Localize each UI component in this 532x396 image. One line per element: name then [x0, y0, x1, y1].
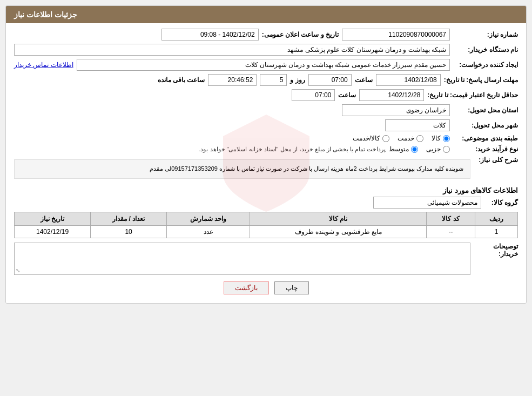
col-radif: ردیف — [475, 212, 518, 225]
baghimande-label: ساعت باقی مانده — [158, 76, 205, 84]
ejad-konande-label: ایجاد کننده درخواست: — [453, 61, 518, 69]
radio-motavasset-label: متوسط — [389, 145, 409, 153]
col-tarikh: تاریخ نیاز — [15, 212, 91, 225]
nam-dastgah-row: نام دستگاه خریدار: شبکه بهداشت و درمان ش… — [14, 44, 518, 56]
nooe-radio-group: جزیی متوسط — [389, 145, 450, 153]
ejad-konande-value: حسین مقدم سیرزار خدمات عمومی شبکه بهداشت… — [77, 59, 450, 71]
cell-vahed: عدد — [167, 225, 250, 238]
shomare-niaz-label: شماره نیاز: — [453, 31, 518, 38]
mohlat-row: مهلت ارسال پاسخ: تا تاریخ: 1402/12/08 سا… — [14, 74, 518, 86]
ejad-link[interactable]: اطلاعات تماس خریدار — [14, 61, 73, 69]
kala-table: ردیف کد کالا نام کالا واحد شمارش تعداد /… — [14, 212, 518, 238]
radio-motavasset-input[interactable] — [411, 146, 418, 153]
tarikh-elan-label: تاریخ و ساعت اعلان عمومی: — [262, 31, 339, 38]
tosih-row: توصیحات خریدار: ⤡ — [14, 243, 518, 275]
col-vahed: واحد شمارش — [167, 212, 250, 225]
nam-dastgah-value: شبکه بهداشت و درمان شهرستان کلات علوم پز… — [14, 44, 450, 56]
baghimande-value: 20:46:52 — [208, 74, 257, 86]
kala-table-section: ردیف کد کالا نام کالا واحد شمارش تعداد /… — [14, 212, 518, 238]
cell-tarikh: 1402/12/19 — [15, 225, 91, 238]
shomare-niaz-row: شماره نیاز: 1102090870000067 تاریخ و ساع… — [14, 29, 518, 41]
hadaq-label: حداقل تاریخ اعتبار قیمت: تا تاریخ: — [427, 91, 518, 99]
radio-khadamat-input[interactable] — [416, 135, 423, 142]
back-button[interactable]: بازگشت — [224, 281, 269, 294]
cell-tedad: 10 — [91, 225, 167, 238]
print-button[interactable]: چاپ — [274, 281, 309, 294]
hadaq-tarikh: 1402/12/28 — [359, 89, 424, 101]
shahr-value: کلات — [385, 119, 450, 131]
resize-handle: ⤡ — [16, 267, 20, 273]
nooe-desc: پرداخت تمام یا بخشی از مبلغ خرید، از محل… — [199, 146, 386, 153]
ettelaat-title: اطلاعات کالاهای مورد نیاز — [14, 186, 518, 194]
page-header: جزئیات اطلاعات نیاز — [6, 6, 526, 23]
ostan-row: استان محل تحویل: خراسان رضوی — [14, 104, 518, 116]
sharh-row: شرح کلی نیاز: شوینده کلیه مدارک پیوست شر… — [14, 156, 518, 182]
geroh-label: گروه کالا: — [486, 199, 518, 206]
tosih-label: توصیحات خریدار: — [475, 243, 518, 258]
hadaq-saat-label: ساعت — [338, 91, 356, 99]
shahr-row: شهر محل تحویل: کلات — [14, 119, 518, 131]
tosih-box: ⤡ — [14, 243, 470, 275]
geroh-row: گروه کالا: محصولات شیمیائی — [14, 197, 518, 209]
radio-kala-label: کالا — [432, 135, 441, 142]
radio-kala-item[interactable]: کالا — [432, 135, 450, 142]
tabaqe-radio-group: کالا خدمت کالا/خدمت — [353, 135, 450, 142]
nooe-label: نوع فرآیند خرید: — [453, 145, 518, 153]
shahr-label: شهر محل تحویل: — [453, 122, 518, 129]
sharh-label: شرح کلی نیاز: — [475, 156, 518, 182]
col-name: نام کالا — [250, 212, 426, 225]
tarikh-elan-value: 1402/12/02 - 09:08 — [161, 29, 259, 41]
radio-jozi-item[interactable]: جزیی — [426, 145, 450, 153]
saat-label: ساعت — [355, 76, 373, 84]
ostan-value: خراسان رضوی — [342, 104, 450, 116]
table-row: 1--مایع ظرفشویی و شوینده ظروفعدد101402/1… — [15, 225, 518, 238]
radio-jozi-input[interactable] — [443, 146, 450, 153]
button-row: چاپ بازگشت — [14, 281, 518, 294]
sharh-text: شوینده کلیه مدارک پیوست شرایط پرداخت 2ما… — [150, 165, 463, 172]
roz-value: 5 — [260, 74, 287, 86]
page-title: جزئیات اطلاعات نیاز — [14, 10, 77, 19]
col-kod: کد کالا — [426, 212, 475, 225]
radio-kala-khadamat-input[interactable] — [382, 135, 389, 142]
ostan-label: استان محل تحویل: — [453, 106, 518, 114]
mohlat-tarikh: 1402/12/08 — [376, 74, 441, 86]
radio-motavasset-item[interactable]: متوسط — [389, 145, 418, 153]
radio-kala-input[interactable] — [443, 135, 450, 142]
radio-khadamat-item[interactable]: خدمت — [398, 135, 423, 142]
sharh-value: شوینده کلیه مدارک پیوست شرایط پرداخت 2ما… — [14, 159, 470, 179]
cell-name: مایع ظرفشویی و شوینده ظروف — [250, 225, 426, 238]
roz-label: روز و — [290, 76, 305, 84]
radio-khadamat-label: خدمت — [398, 135, 414, 142]
mohlat-label: مهلت ارسال پاسخ: تا تاریخ: — [444, 76, 518, 84]
nooe-row: نوع فرآیند خرید: جزیی متوسط پرداخت تمام … — [14, 145, 518, 153]
radio-kala-khadamat-item[interactable]: کالا/خدمت — [353, 135, 389, 142]
geroh-value: محصولات شیمیائی — [373, 197, 481, 209]
hadaq-row: حداقل تاریخ اعتبار قیمت: تا تاریخ: 1402/… — [14, 89, 518, 101]
tabaqe-label: طبقه بندی موضوعی: — [453, 135, 518, 142]
radio-kala-khadamat-label: کالا/خدمت — [353, 135, 380, 142]
shomare-niaz-value: 1102090870000067 — [342, 29, 450, 41]
radio-jozi-label: جزیی — [426, 145, 441, 153]
cell-radif: 1 — [475, 225, 518, 238]
table-header-row: ردیف کد کالا نام کالا واحد شمارش تعداد /… — [15, 212, 518, 225]
saat-value: 07:00 — [308, 74, 352, 86]
hadaq-saat: 07:00 — [292, 89, 335, 101]
col-tedad: تعداد / مقدار — [91, 212, 167, 225]
cell-kod: -- — [426, 225, 475, 238]
nam-dastgah-label: نام دستگاه خریدار: — [453, 46, 518, 53]
ejad-konande-row: ایجاد کننده درخواست: حسین مقدم سیرزار خد… — [14, 59, 518, 71]
tabaqe-row: طبقه بندی موضوعی: کالا خدمت کالا/خدمت — [14, 135, 518, 142]
